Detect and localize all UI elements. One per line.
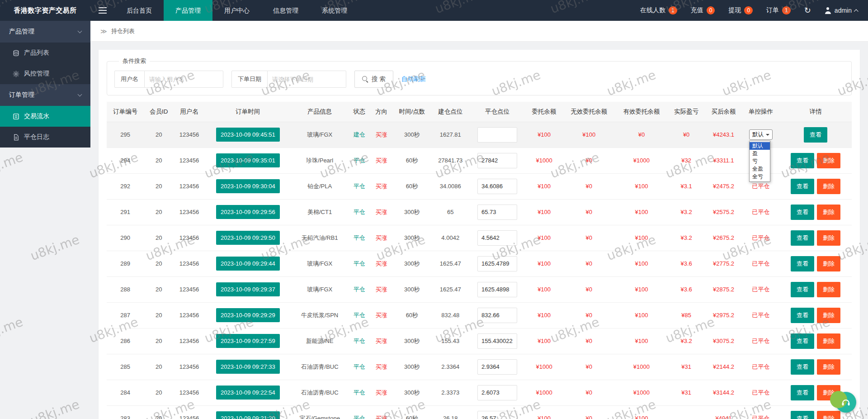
main-area: ≫ 持仓列表 条件搜索 用户名 下单日期 搜 索 (90, 21, 868, 419)
delete-button[interactable]: 删除 (817, 308, 840, 323)
sidebar-item[interactable]: 产品列表 (0, 43, 90, 63)
column-header: 实际盈亏 (668, 102, 705, 122)
order-time-button[interactable]: 2023-10-09 09:29:50 (216, 231, 280, 245)
chevron-up-icon (854, 9, 859, 14)
control-status: 已平仓 (752, 389, 769, 396)
log-icon (13, 134, 19, 141)
order-time-button[interactable]: 2023-10-09 09:45:51 (216, 128, 280, 142)
control-option[interactable]: 亏 (750, 157, 770, 165)
delete-button[interactable]: 删除 (817, 282, 840, 297)
sidebar-group-header[interactable]: 产品管理 (0, 21, 90, 43)
close-point-input[interactable] (477, 205, 517, 220)
view-button[interactable]: 查看 (791, 385, 814, 400)
top-nav-item[interactable]: 用户中心 (212, 0, 261, 21)
close-point-input[interactable] (477, 308, 517, 323)
delete-button[interactable]: 删除 (817, 256, 840, 271)
order-time-button[interactable]: 2023-10-09 09:29:56 (216, 205, 280, 219)
top-stat-item[interactable]: 在线人数1 (640, 6, 677, 14)
view-button[interactable]: 查看 (791, 230, 814, 246)
view-button[interactable]: 查看 (804, 127, 827, 143)
close-point-input[interactable] (477, 153, 517, 168)
order-time-button[interactable]: 2023-10-09 09:29:29 (216, 308, 280, 322)
delete-button[interactable]: 删除 (817, 359, 840, 375)
sidebar-item[interactable]: 交易流水 (0, 106, 90, 127)
top-stat-item[interactable]: 充值0 (691, 6, 715, 14)
order-time-button[interactable]: 2023-10-09 09:27:59 (216, 334, 280, 348)
actions-cell: 查看删除 (779, 302, 852, 328)
close-point-input[interactable] (477, 179, 517, 194)
close-point-input[interactable] (477, 411, 517, 419)
order-date-input[interactable] (267, 71, 346, 88)
delete-button[interactable]: 删除 (817, 205, 840, 220)
sidebar-item-label: 平仓日志 (24, 133, 49, 141)
admin-menu[interactable]: admin (825, 7, 858, 14)
column-header: 产品信息 (291, 102, 349, 122)
view-button[interactable]: 查看 (791, 411, 814, 419)
auto-refresh-link[interactable]: 自动刷新 (401, 75, 426, 83)
control-select[interactable]: 默认 (749, 129, 773, 140)
member-id-cell: 20 (144, 276, 174, 302)
customer-service-button[interactable] (835, 392, 856, 413)
close-point-input[interactable] (477, 385, 517, 400)
gear-icon (13, 71, 19, 77)
menu-toggle-button[interactable] (90, 0, 115, 21)
delete-button[interactable]: 删除 (817, 179, 840, 194)
username-cell: 123456 (174, 276, 205, 302)
control-dropdown: 默认盈亏全盈全亏 (749, 141, 770, 182)
top-nav-item[interactable]: 系统管理 (310, 0, 359, 21)
order-time-button[interactable]: 2023-10-09 09:21:20 (216, 411, 280, 419)
order-time-button[interactable]: 2023-10-09 09:29:44 (216, 257, 280, 271)
view-button[interactable]: 查看 (791, 256, 814, 271)
username-cell: 123456 (174, 122, 205, 148)
close-point-input[interactable] (477, 359, 517, 375)
sidebar-item[interactable]: 风控管理 (0, 63, 90, 84)
close-point-input[interactable] (477, 333, 517, 349)
order-time-button[interactable]: 2023-10-09 09:22:54 (216, 386, 280, 400)
order-time-button[interactable]: 2023-10-09 09:30:04 (216, 179, 280, 193)
top-nav-item[interactable]: 后台首页 (115, 0, 164, 21)
delete-button[interactable]: 删除 (817, 333, 840, 349)
direction-cell: 买涨 (370, 225, 392, 251)
view-button[interactable]: 查看 (791, 359, 814, 375)
top-nav-item[interactable]: 产品管理 (164, 0, 212, 21)
control-option[interactable]: 默认 (750, 142, 770, 150)
sidebar-item[interactable]: 平仓日志 (0, 127, 90, 148)
delete-button[interactable]: 删除 (817, 230, 840, 246)
view-button[interactable]: 查看 (791, 282, 814, 297)
column-header: 委托余额 (525, 102, 562, 122)
view-button[interactable]: 查看 (791, 308, 814, 323)
username-input[interactable] (144, 71, 223, 88)
order-time-button[interactable]: 2023-10-09 09:35:01 (216, 153, 280, 167)
delete-button[interactable]: 删除 (817, 153, 840, 168)
search-button[interactable]: 搜 索 (354, 71, 393, 88)
delete-button[interactable]: 删除 (817, 411, 840, 419)
after-balance-cell: ¥2775.2 (705, 251, 742, 276)
close-point-input[interactable] (477, 230, 517, 246)
top-stat-item[interactable]: 提现0 (728, 6, 753, 14)
view-button[interactable]: 查看 (791, 205, 814, 220)
top-stat-item[interactable]: 订单1 (766, 6, 791, 14)
control-status: 已平仓 (752, 234, 769, 241)
username-cell: 123456 (174, 405, 205, 419)
control-cell: 已平仓 (742, 225, 779, 251)
view-button[interactable]: 查看 (791, 179, 814, 194)
chevron-down-icon (78, 92, 82, 97)
sidebar-group-header[interactable]: 订单管理 (0, 84, 90, 106)
close-point-input[interactable] (477, 256, 517, 271)
username-cell: 123456 (174, 328, 205, 354)
order-time-button[interactable]: 2023-10-09 09:27:33 (216, 360, 280, 374)
close-point-input[interactable] (477, 127, 517, 143)
close-point-input[interactable] (477, 282, 517, 297)
refresh-icon[interactable]: ↻ (804, 5, 811, 15)
view-button[interactable]: 查看 (791, 153, 814, 168)
control-option[interactable]: 盈 (750, 150, 770, 157)
view-button[interactable]: 查看 (791, 333, 814, 349)
open-point-cell: 155.43 (432, 328, 469, 354)
order-time-button[interactable]: 2023-10-09 09:29:37 (216, 282, 280, 296)
status-cell: 平仓 (348, 405, 370, 419)
duration-cell: 300秒 (392, 276, 432, 302)
control-option[interactable]: 全盈 (750, 165, 770, 173)
control-option[interactable]: 全亏 (750, 173, 770, 181)
top-nav-item[interactable]: 信息管理 (261, 0, 310, 21)
direction-cell: 买涨 (370, 148, 392, 173)
